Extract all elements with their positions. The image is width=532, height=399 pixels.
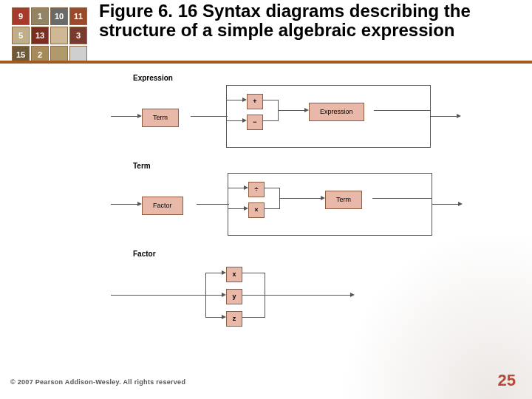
node-divide: ÷ [248,182,265,197]
arrow-icon [458,202,463,206]
arrow-icon [350,293,355,297]
rail-line [226,85,430,86]
node-factor: Factor [142,197,183,215]
rail-line [279,198,324,199]
node-minus: − [247,115,263,130]
rail-line [191,116,228,117]
rail-line [228,173,432,174]
node-label: Term [153,114,168,121]
rail-line [111,116,140,117]
node-multiply: × [248,202,265,218]
diagram-title: Expression [133,74,458,82]
rail-factor: x y z [111,261,458,335]
node-term: Term [142,109,179,127]
diagram-factor: Factor x y z [111,250,458,335]
rail-line [432,173,432,205]
rail-line [265,295,353,296]
rail-term: Factor ÷ × Term [111,173,458,236]
rail-line [432,204,461,205]
rail-line [372,198,432,199]
puzzle-icon: 9110115133152 [10,6,89,64]
rail-line [430,116,460,117]
puzzle-cell: 1 [31,7,49,25]
figure-number: Figure 6. 16 [99,1,197,21]
puzzle-cell: 11 [69,7,87,25]
rail-line [226,85,227,147]
puzzle-cell: 10 [50,7,68,25]
rail-line [242,273,265,273]
node-label: − [253,118,256,126]
node-x: x [226,267,242,282]
puzzle-cell: 5 [12,27,30,44]
rail-line [226,147,430,148]
rail-line [430,85,431,117]
puzzle-cell: 13 [31,27,49,44]
rail-line [111,204,140,205]
figure-title: Figure 6. 16 Syntax diagrams describing … [99,1,513,41]
node-label: z [233,315,236,322]
rail-line [432,204,432,236]
node-label: + [253,98,256,105]
rail-line [111,295,207,296]
puzzle-cell: 9 [12,7,30,25]
node-label: Term [336,196,351,203]
node-label: x [232,270,236,278]
rail-line [265,188,279,188]
rail-line [242,317,265,318]
node-plus: + [247,94,263,109]
syntax-diagrams: Expression Term + − [111,74,458,348]
rail-line [278,110,307,111]
title-rule [0,61,532,64]
arrow-icon [457,114,461,118]
rail-line [197,204,229,205]
rail-line [430,116,431,148]
node-label: Expression [320,108,353,115]
rail-line [228,235,432,236]
node-label: × [254,206,258,214]
node-expression: Expression [309,103,364,121]
rail-line [374,110,430,111]
rail-line [242,295,265,296]
node-term-recurse: Term [325,191,362,209]
rail-expression: Term + − Expression [111,85,458,149]
rail-line [263,120,278,121]
diagram-title: Term [133,162,458,170]
diagram-term: Term Factor ÷ × [111,162,458,236]
diagram-expression: Expression Term + − [111,74,458,149]
slide-root: 9110115133152 Figure 6. 16 Syntax diagra… [0,0,532,399]
node-label: y [232,293,236,300]
node-label: Factor [153,202,172,209]
node-z: z [226,311,242,327]
puzzle-cell: 3 [69,27,87,44]
copyright-footer: © 2007 Pearson Addison-Wesley. All right… [10,378,185,386]
rail-line [228,173,228,235]
diagram-title: Factor [133,250,458,258]
puzzle-cell [50,27,68,44]
node-label: ÷ [255,185,259,193]
node-y: y [226,289,242,304]
rail-line [265,208,279,209]
rail-line [263,100,278,100]
page-number: 25 [498,371,516,390]
